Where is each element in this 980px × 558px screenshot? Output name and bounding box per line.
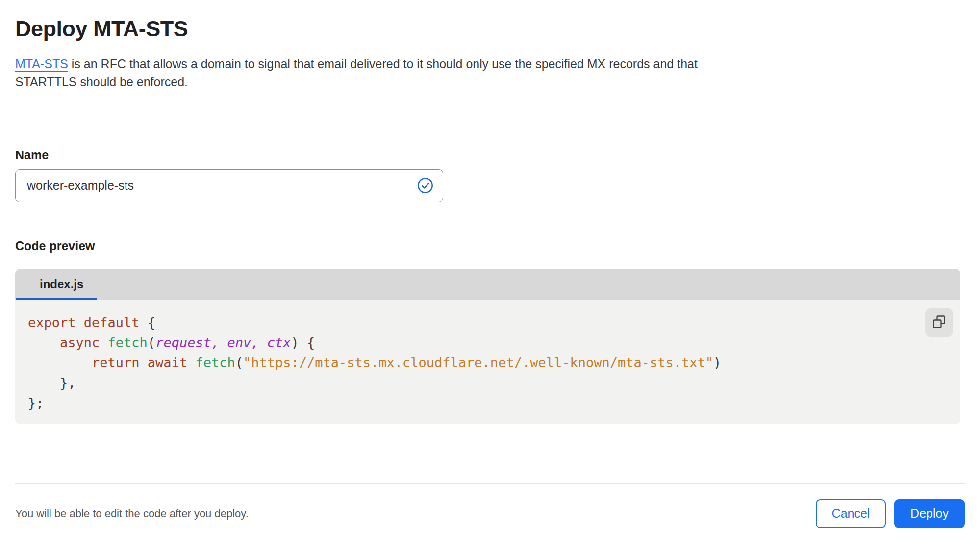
page-title: Deploy MTA-STS bbox=[15, 17, 965, 41]
code-area: export default { async fetch(request, en… bbox=[15, 300, 960, 424]
code-block: export default { async fetch(request, en… bbox=[28, 312, 902, 413]
code-line: export default { bbox=[28, 312, 902, 332]
footer-buttons: Cancel Deploy bbox=[816, 499, 965, 528]
copy-icon bbox=[932, 315, 946, 330]
code-tabbar: index.js bbox=[15, 269, 960, 300]
deploy-button[interactable]: Deploy bbox=[894, 499, 965, 528]
description-text: is an RFC that allows a domain to signal… bbox=[15, 57, 698, 89]
code-line: }; bbox=[28, 393, 902, 413]
check-circle-icon bbox=[417, 177, 434, 194]
mta-sts-link[interactable]: MTA-STS bbox=[15, 57, 68, 71]
code-line: }, bbox=[28, 373, 902, 393]
copy-code-button[interactable] bbox=[925, 308, 953, 337]
footer-divider bbox=[15, 483, 965, 484]
tab-label: index.js bbox=[40, 278, 83, 291]
name-input[interactable] bbox=[15, 169, 443, 202]
footer-note: You will be able to edit the code after … bbox=[15, 507, 249, 520]
code-preview-panel: index.js export default { async fetch(re… bbox=[15, 269, 960, 424]
code-line: async fetch(request, env, ctx) { bbox=[28, 332, 902, 353]
description: MTA-STS is an RFC that allows a domain t… bbox=[15, 55, 740, 91]
name-input-wrap bbox=[15, 169, 443, 202]
name-label: Name bbox=[15, 148, 965, 162]
cancel-button[interactable]: Cancel bbox=[816, 499, 886, 528]
tab-index-js[interactable]: index.js bbox=[15, 269, 97, 300]
code-line: return await fetch("https://mta-sts.mx.c… bbox=[28, 353, 902, 373]
code-preview-label: Code preview bbox=[15, 239, 965, 253]
footer: You will be able to edit the code after … bbox=[15, 499, 965, 528]
deploy-mta-sts-page: Deploy MTA-STS MTA-STS is an RFC that al… bbox=[0, 17, 980, 528]
